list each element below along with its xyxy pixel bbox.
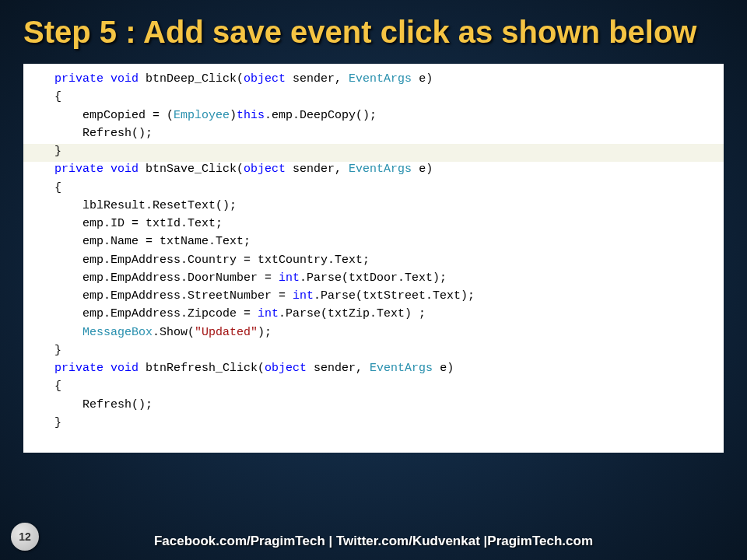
footer-links: Facebook.com/PragimTech | Twitter.com/Ku…: [0, 534, 747, 549]
code-line: }: [54, 341, 716, 359]
code-line: MessageBox.Show("Updated");: [54, 324, 716, 341]
code-line: emp.EmpAddress.Zipcode = int.Parse(txtZi…: [54, 305, 716, 323]
slide-title: Step 5 : Add save event click as shown b…: [0, 0, 747, 58]
code-line: Refresh();: [54, 396, 716, 414]
code-line: Refresh();: [54, 124, 716, 142]
code-line: emp.EmpAddress.DoorNumber = int.Parse(tx…: [54, 269, 716, 287]
code-line: lblResult.ResetText();: [54, 197, 716, 215]
code-line: private void btnDeep_Click(object sender…: [54, 70, 716, 88]
code-line: private void btnRefresh_Click(object sen…: [54, 359, 716, 377]
code-line: emp.ID = txtId.Text;: [54, 215, 716, 233]
code-line: }: [54, 414, 716, 432]
code-editor: private void btnDeep_Click(object sender…: [23, 64, 724, 453]
code-line: {: [54, 88, 716, 106]
code-line: {: [54, 179, 716, 197]
code-line: emp.EmpAddress.StreetNumber = int.Parse(…: [54, 287, 716, 305]
code-line: empCopied = (Employee)this.emp.DeepCopy(…: [54, 107, 716, 124]
code-line: private void btnSave_Click(object sender…: [54, 160, 716, 178]
code-line: emp.Name = txtName.Text;: [54, 233, 716, 250]
code-line: emp.EmpAddress.Country = txtCountry.Text…: [54, 251, 716, 269]
code-line: }: [54, 142, 716, 160]
code-line: {: [54, 377, 716, 395]
